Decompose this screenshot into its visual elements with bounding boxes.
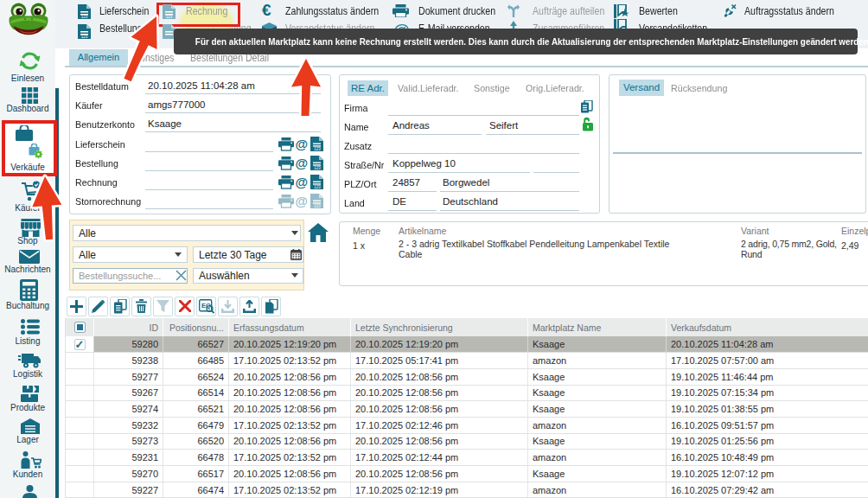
svg-text:123: 123 (314, 147, 321, 151)
svg-text:123: 123 (81, 35, 88, 39)
svg-text:123: 123 (81, 15, 88, 19)
svg-text:123: 123 (166, 15, 173, 19)
svg-text:@: @ (296, 137, 309, 151)
